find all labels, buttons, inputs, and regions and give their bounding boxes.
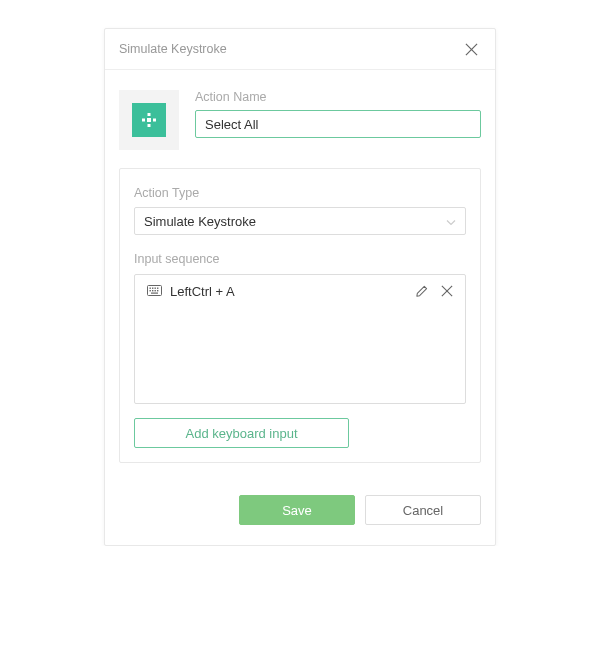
svg-rect-8 (155, 288, 156, 289)
sequence-item-actions (413, 283, 455, 299)
keystroke-badge-icon (132, 103, 166, 137)
dialog-body: Action Name Action Type Simulate Keystro… (105, 70, 495, 477)
dialog-header: Simulate Keystroke (105, 29, 495, 70)
action-type-select[interactable]: Simulate Keystroke (134, 207, 466, 235)
input-sequence-group: Input sequence (134, 249, 466, 404)
sequence-item-text: LeftCtrl + A (170, 284, 405, 299)
action-name-label: Action Name (195, 90, 481, 104)
sequence-item[interactable]: LeftCtrl + A (135, 275, 465, 307)
svg-rect-13 (157, 290, 158, 291)
add-button-label: Add keyboard input (185, 426, 297, 441)
svg-rect-2 (142, 119, 145, 122)
keyboard-icon (147, 282, 162, 300)
dialog-title: Simulate Keystroke (119, 42, 227, 56)
svg-rect-9 (157, 288, 158, 289)
chevron-down-icon (446, 214, 456, 229)
top-row: Action Name (119, 90, 481, 150)
action-name-input[interactable] (195, 110, 481, 138)
action-type-value: Simulate Keystroke (144, 214, 256, 229)
edit-icon[interactable] (413, 283, 429, 299)
svg-rect-3 (153, 119, 156, 122)
action-name-section: Action Name (195, 90, 481, 138)
close-icon[interactable] (461, 39, 481, 59)
svg-rect-0 (148, 113, 151, 116)
svg-rect-14 (151, 293, 158, 294)
dialog-footer: Save Cancel (105, 477, 495, 545)
input-sequence-box: LeftCtrl + A (134, 274, 466, 404)
svg-rect-4 (147, 118, 151, 122)
action-type-label: Action Type (134, 186, 199, 200)
cancel-button[interactable]: Cancel (365, 495, 481, 525)
svg-rect-6 (150, 288, 151, 289)
svg-rect-7 (152, 288, 153, 289)
save-button[interactable]: Save (239, 495, 355, 525)
save-button-label: Save (282, 503, 312, 518)
svg-rect-12 (155, 290, 156, 291)
svg-rect-10 (150, 290, 151, 291)
cancel-button-label: Cancel (403, 503, 443, 518)
action-details-box: Action Type Simulate Keystroke Input seq… (119, 168, 481, 463)
input-sequence-label: Input sequence (134, 252, 220, 266)
action-icon-block (119, 90, 179, 150)
delete-icon[interactable] (439, 283, 455, 299)
svg-rect-11 (152, 290, 153, 291)
svg-rect-1 (148, 124, 151, 127)
action-type-group: Action Type Simulate Keystroke (134, 183, 466, 235)
simulate-keystroke-dialog: Simulate Keystroke Action Name (104, 28, 496, 546)
add-keyboard-input-button[interactable]: Add keyboard input (134, 418, 349, 448)
